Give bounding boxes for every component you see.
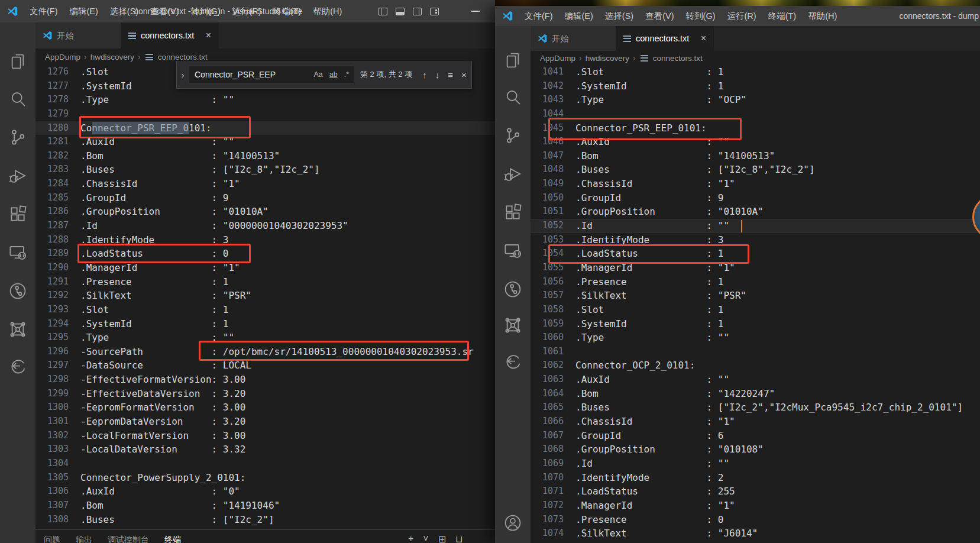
breadcrumb-item[interactable]: hwdiscovery <box>586 54 629 63</box>
find-in-selection-icon[interactable]: ≡ <box>444 70 457 80</box>
panel-tab[interactable]: 终端 <box>164 535 181 543</box>
editor-line[interactable]: 1305 Connector_PowerSupply_2_0101: <box>35 471 495 485</box>
breadcrumb-item[interactable]: AppDump <box>540 54 575 63</box>
menu-item[interactable]: 终端(T) <box>762 6 803 26</box>
tab-connectors-txt[interactable]: connectors.txt × <box>616 26 714 51</box>
explorer-icon[interactable] <box>8 52 27 71</box>
editor-line[interactable]: 1279 <box>35 107 495 121</box>
editor-line[interactable]: 1281 .AuxId : "" <box>35 135 495 149</box>
menu-item[interactable]: 编辑(E) <box>559 6 599 26</box>
editor-line[interactable]: 1285 .GroupId : 9 <box>35 191 495 205</box>
menu-item[interactable]: 运行(R) <box>721 6 762 26</box>
editor-line[interactable]: 1299 -EffectiveDataVersion : 3.20 <box>35 387 495 401</box>
editor-line[interactable]: 1278 .Type : "" <box>35 93 495 107</box>
panel-tab[interactable]: 输出 <box>76 535 92 543</box>
editor-line[interactable]: 1073 .Presence : 0 <box>531 513 980 527</box>
source-control-icon[interactable] <box>503 126 522 145</box>
editor-line[interactable]: 1074 .SilkText : "J6014" <box>531 526 980 541</box>
source-control-icon[interactable] <box>8 128 27 147</box>
account-icon[interactable] <box>503 513 522 532</box>
editor-line[interactable]: 1296 -SourcePath : /opt/bmc/sr/14100513_… <box>35 345 495 359</box>
editor-line[interactable]: 1284 .ChassisId : "1" <box>35 177 495 191</box>
editor-line[interactable]: 1061 <box>531 345 980 359</box>
editor-line[interactable]: 1295 .Type : "" <box>35 331 495 345</box>
find-previous-icon[interactable]: ↑ <box>418 70 431 80</box>
editor-line[interactable]: 1066 .ChassisId : "1" <box>531 415 980 429</box>
match-case-icon[interactable]: Aa <box>312 70 324 79</box>
menu-item[interactable]: 转到(G) <box>185 1 227 21</box>
remote-explorer-icon[interactable] <box>8 243 27 262</box>
editor-line[interactable]: 1068 .GroupPosition : "010108" <box>531 442 980 457</box>
menu-item[interactable]: 选择(S) <box>104 1 144 21</box>
customize-layout-icon[interactable] <box>430 8 439 15</box>
editor-line[interactable]: 1072 .ManagerId : "1" <box>531 499 980 513</box>
menu-item[interactable]: 终端(T) <box>267 1 308 21</box>
editor-line[interactable]: 1052 .Id : "" <box>531 219 980 233</box>
editor-line[interactable]: 1049 .ChassisId : "1" <box>531 177 980 191</box>
gitlens-icon[interactable] <box>503 280 522 299</box>
editor-line[interactable]: 1046 .AuxId : "" <box>531 135 980 149</box>
tab-close-icon[interactable]: × <box>701 34 706 43</box>
editor-line[interactable]: 1055 .ManagerId : "1" <box>531 261 980 275</box>
editor-line[interactable]: 1304 <box>35 457 495 471</box>
editor-line[interactable]: 1043 .Type : "OCP" <box>531 93 980 107</box>
editor-line[interactable]: 1298 -EffectiveFormatVersion: 3.00 <box>35 373 495 387</box>
find-input[interactable]: Connector_PSR_EEP Aa ab .* <box>189 66 354 83</box>
editor-line[interactable]: 1053 .IdentifyMode : 3 <box>531 233 980 247</box>
editor-line[interactable]: 1071 .LoadStatus : 255 <box>531 484 980 499</box>
editor-line[interactable]: 1289 .LoadStatus : 0 <box>35 247 495 261</box>
extensions-icon[interactable] <box>8 205 27 224</box>
editor-line[interactable]: 1308 .Buses : ["I2c_2"] <box>35 513 495 527</box>
editor-line[interactable]: 1292 .SilkText : "PSR" <box>35 289 495 303</box>
editor-line[interactable]: 1282 .Bom : "14100513" <box>35 149 495 163</box>
editor-line[interactable]: 1063 .AuxId : "" <box>531 373 980 387</box>
remote-explorer-icon[interactable] <box>503 241 522 260</box>
editor-line[interactable]: 1297 -DataSource : LOCAL <box>35 358 495 373</box>
editor-line[interactable]: 1048 .Buses : ["I2c_8","I2c_2"] <box>531 163 980 177</box>
menu-item[interactable]: 文件(F) <box>519 6 559 26</box>
editor-line[interactable]: 1044 <box>531 107 980 121</box>
menu-item[interactable]: 编辑(E) <box>64 1 104 21</box>
editor-line[interactable]: 1290 .ManagerId : "1" <box>35 261 495 275</box>
editor-line[interactable]: 1047 .Bom : "14100513" <box>531 149 980 163</box>
regex-icon[interactable]: .* <box>343 70 350 79</box>
explorer-icon[interactable] <box>503 51 522 70</box>
editor-line[interactable]: 1307 .Bom : "14191046" <box>35 499 495 513</box>
editor-line[interactable]: 1302 -LocalFormatVersion : 3.00 <box>35 429 495 443</box>
breadcrumb-item[interactable]: hwdiscovery <box>90 53 134 62</box>
whole-word-icon[interactable]: ab <box>328 70 339 79</box>
find-close-icon[interactable]: × <box>457 70 471 80</box>
menu-item[interactable]: 查看(V) <box>639 6 680 26</box>
editor-line[interactable]: 1294 .SystemId : 1 <box>35 317 495 331</box>
editor-line[interactable]: 1062 Connector_OCP_2_0101: <box>531 358 980 373</box>
toggle-replace-icon[interactable]: › <box>177 70 189 80</box>
editor-line[interactable]: 1064 .Bom : "14220247" <box>531 387 980 401</box>
editor-line[interactable]: 1059 .SystemId : 1 <box>531 317 980 331</box>
breadcrumb-item[interactable]: AppDump <box>45 53 80 62</box>
terminal-dropdown-icon[interactable]: ˅ <box>423 534 428 543</box>
search-icon[interactable] <box>503 88 522 106</box>
editor-line[interactable]: 1065 .Buses : ["I2c_2","I2cMux_Pca9545_i… <box>531 400 980 415</box>
menu-item[interactable]: 查看(V) <box>144 1 185 21</box>
editor-line[interactable]: 1069 .Id : "" <box>531 457 980 471</box>
editor-line[interactable]: 1286 .GroupPosition : "01010A" <box>35 205 495 219</box>
editor-line[interactable]: 1042 .SystemId : 1 <box>531 79 980 93</box>
menu-item[interactable]: 帮助(H) <box>802 6 843 26</box>
menu-item[interactable]: 文件(F) <box>24 1 64 21</box>
editor-line[interactable]: 1051 .GroupPosition : "01010A" <box>531 205 980 219</box>
network-graph-icon[interactable] <box>8 320 27 339</box>
editor-line[interactable]: 1050 .GroupId : 9 <box>531 191 980 205</box>
run-debug-icon[interactable] <box>503 164 522 183</box>
tab-close-icon[interactable]: × <box>206 31 211 40</box>
find-next-icon[interactable]: ↓ <box>431 70 444 80</box>
minimize-button[interactable] <box>471 11 480 12</box>
extensions-icon[interactable] <box>503 203 522 222</box>
menu-item[interactable]: 选择(S) <box>599 6 639 26</box>
run-debug-icon[interactable] <box>8 166 27 185</box>
toggle-secondary-sidebar-icon[interactable] <box>413 8 422 15</box>
tab-start[interactable]: 开始 <box>35 22 121 49</box>
panel-tab[interactable]: 调试控制台 <box>108 535 149 543</box>
menu-item[interactable]: 帮助(H) <box>307 1 348 21</box>
editor-line[interactable]: 1300 -EepromFormatVersion : 3.00 <box>35 400 495 415</box>
editor-line[interactable]: 1301 -EepromDataVersion : 3.20 <box>35 415 495 429</box>
